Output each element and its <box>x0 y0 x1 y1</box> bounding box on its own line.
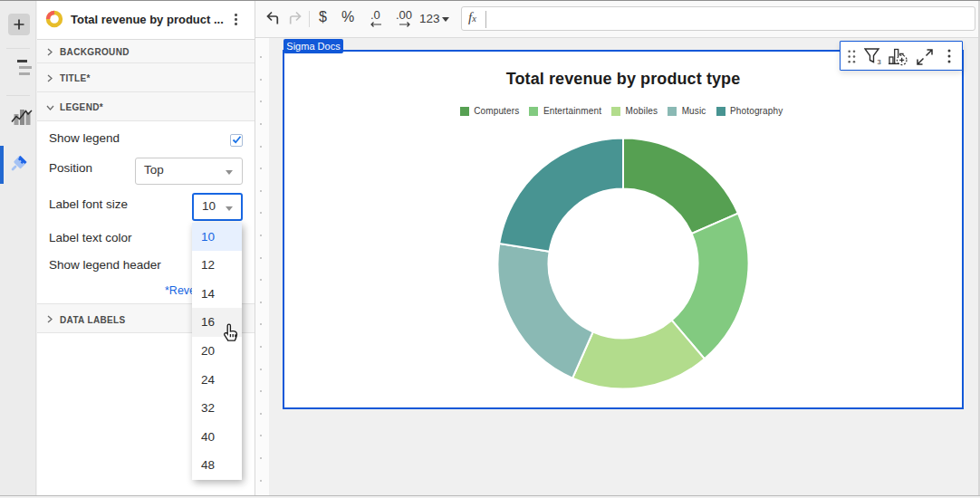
svg-text:3: 3 <box>878 58 881 65</box>
